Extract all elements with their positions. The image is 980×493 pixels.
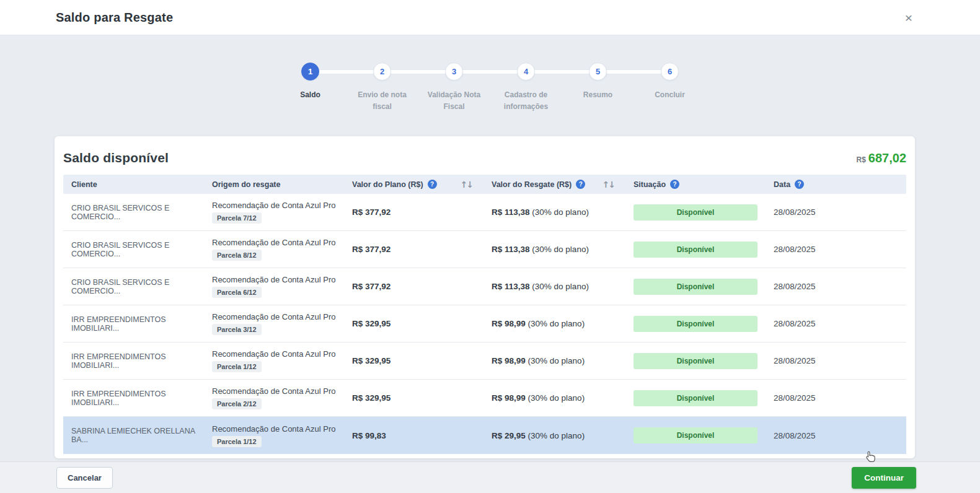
cell-valor-plano: R$ 99,83 <box>344 431 483 440</box>
valor-resgate-value: R$ 98,99 <box>492 319 526 328</box>
column-label: Cliente <box>71 180 97 189</box>
column-label: Situação <box>633 180 666 189</box>
cell-valor-plano: R$ 329,95 <box>344 319 483 328</box>
cell-origem: Recomendação de Conta Azul Pro Parcela 1… <box>204 424 344 447</box>
sort-icon[interactable]: ↑↓ <box>603 180 614 190</box>
step-number-circle: 5 <box>589 63 607 81</box>
cell-situacao: Disponível <box>625 390 766 406</box>
parcela-badge: Parcela 6/12 <box>212 287 262 298</box>
cell-valor-plano: R$ 377,92 <box>344 282 483 291</box>
column-header-valor-plano: Valor do Plano (R$) ? ↑↓ <box>344 180 483 190</box>
close-icon[interactable]: × <box>903 9 915 27</box>
card-heading: Saldo disponível <box>63 151 169 165</box>
parcela-badge: Parcela 7/12 <box>212 212 262 224</box>
cell-cliente: IRR EMPREENDIMENTOS IMOBILIARI... <box>63 315 204 333</box>
cell-valor-plano: R$ 329,95 <box>344 393 483 403</box>
origem-text: Recomendação de Conta Azul Pro <box>212 424 344 434</box>
valor-resgate-detail: (30% do plano) <box>532 207 589 217</box>
stepper-step: 6 Concluir <box>634 63 706 112</box>
parcela-badge: Parcela 3/12 <box>212 324 262 335</box>
cell-valor-resgate: R$ 113,38 (30% do plano) <box>483 207 625 217</box>
step-label: Concluir <box>655 89 685 101</box>
parcela-badge: Parcela 2/12 <box>212 398 262 409</box>
status-badge: Disponível <box>633 316 757 332</box>
sort-icon[interactable]: ↑↓ <box>461 180 472 190</box>
cell-data: 28/08/2025 <box>766 207 906 217</box>
column-header-valor-resgate: Valor do Resgate (R$) ? ↑↓ <box>483 180 625 190</box>
wizard-stepper: 1 Saldo 2 Envio de nota fiscal 3 Validaç… <box>275 63 706 112</box>
origem-text: Recomendação de Conta Azul Pro <box>212 312 344 321</box>
cell-cliente: IRR EMPREENDIMENTOS IMOBILIARI... <box>63 390 204 407</box>
stepper-step: 5 Resumo <box>562 63 634 112</box>
step-number-circle: 2 <box>373 63 391 81</box>
column-label: Valor do Resgate (R$) <box>492 180 572 189</box>
valor-resgate-value: R$ 113,38 <box>492 245 530 254</box>
cell-cliente: CRIO BRASIL SERVICOS E COMERCIO... <box>63 241 204 258</box>
origem-text: Recomendação de Conta Azul Pro <box>212 349 344 359</box>
total-currency: R$ <box>856 155 865 164</box>
step-label: Resumo <box>583 89 612 101</box>
parcela-badge: Parcela 1/12 <box>212 436 262 447</box>
cancel-button[interactable]: Cancelar <box>56 467 113 489</box>
stepper-step: 4 Cadastro de informações <box>490 63 562 112</box>
help-icon[interactable]: ? <box>795 180 804 189</box>
column-header-origem: Origem do resgate <box>204 180 344 189</box>
cell-valor-resgate: R$ 98,99 (30% do plano) <box>483 356 625 365</box>
table-row[interactable]: IRR EMPREENDIMENTOS IMOBILIARI... Recome… <box>63 305 906 342</box>
cell-data: 28/08/2025 <box>766 282 906 291</box>
valor-resgate-value: R$ 113,38 <box>492 282 530 291</box>
valor-resgate-value: R$ 29,95 <box>492 431 526 440</box>
help-icon[interactable]: ? <box>428 180 437 189</box>
cell-situacao: Disponível <box>625 242 766 258</box>
cell-data: 28/08/2025 <box>766 356 906 365</box>
help-icon[interactable]: ? <box>576 180 585 189</box>
table-row[interactable]: CRIO BRASIL SERVICOS E COMERCIO... Recom… <box>63 268 906 305</box>
help-icon[interactable]: ? <box>670 180 679 189</box>
cell-origem: Recomendação de Conta Azul Pro Parcela 1… <box>204 349 344 372</box>
cell-situacao: Disponível <box>625 279 766 295</box>
cell-data: 28/08/2025 <box>766 245 906 254</box>
table-row[interactable]: IRR EMPREENDIMENTOS IMOBILIARI... Recome… <box>63 342 906 380</box>
cell-origem: Recomendação de Conta Azul Pro Parcela 3… <box>204 312 344 335</box>
stepper-step: 1 Saldo <box>275 63 347 112</box>
column-label: Origem do resgate <box>212 180 280 189</box>
cell-valor-resgate: R$ 98,99 (30% do plano) <box>483 393 625 403</box>
origem-text: Recomendação de Conta Azul Pro <box>212 201 344 210</box>
step-number-circle: 4 <box>517 63 535 81</box>
cell-situacao: Disponível <box>625 353 766 369</box>
table-row[interactable]: CRIO BRASIL SERVICOS E COMERCIO... Recom… <box>63 194 906 231</box>
table-row[interactable]: IRR EMPREENDIMENTOS IMOBILIARI... Recome… <box>63 380 906 417</box>
cell-valor-plano: R$ 329,95 <box>344 356 483 365</box>
origem-text: Recomendação de Conta Azul Pro <box>212 275 344 284</box>
cell-situacao: Disponível <box>625 316 766 332</box>
table-row[interactable]: CRIO BRASIL SERVICOS E COMERCIO... Recom… <box>63 231 906 268</box>
status-badge: Disponível <box>633 427 757 443</box>
cell-valor-resgate: R$ 113,38 (30% do plano) <box>483 245 625 254</box>
cell-origem: Recomendação de Conta Azul Pro Parcela 6… <box>204 275 344 298</box>
table-row[interactable]: SABRINA LEMIECHEK ORELLANA BA... Recomen… <box>63 417 906 454</box>
cell-valor-plano: R$ 377,92 <box>344 245 483 254</box>
cell-origem: Recomendação de Conta Azul Pro Parcela 2… <box>204 386 344 409</box>
step-number-circle: 3 <box>445 63 463 81</box>
step-label: Validação Nota Fiscal <box>420 89 489 112</box>
cell-data: 28/08/2025 <box>766 393 906 403</box>
status-badge: Disponível <box>633 279 757 295</box>
parcela-badge: Parcela 1/12 <box>212 361 262 372</box>
cell-cliente: CRIO BRASIL SERVICOS E COMERCIO... <box>63 204 204 221</box>
origem-text: Recomendação de Conta Azul Pro <box>212 238 344 247</box>
total-balance: R$ 687,02 <box>856 151 906 165</box>
page-title: Saldo para Resgate <box>56 11 173 25</box>
cell-data: 28/08/2025 <box>766 431 906 440</box>
column-label: Data <box>774 180 790 189</box>
column-header-situacao: Situação ? <box>625 180 766 189</box>
valor-resgate-value: R$ 98,99 <box>492 393 526 403</box>
cell-situacao: Disponível <box>625 427 766 443</box>
cell-valor-resgate: R$ 29,95 (30% do plano) <box>483 431 625 440</box>
cell-valor-resgate: R$ 98,99 (30% do plano) <box>483 319 625 328</box>
column-label: Valor do Plano (R$) <box>352 180 423 189</box>
stepper-step: 3 Validação Nota Fiscal <box>418 63 490 112</box>
step-label: Envio de nota fiscal <box>348 89 417 112</box>
stepper-step: 2 Envio de nota fiscal <box>347 63 418 112</box>
continue-button[interactable]: Continuar <box>852 467 916 489</box>
parcela-badge: Parcela 8/12 <box>212 250 262 261</box>
